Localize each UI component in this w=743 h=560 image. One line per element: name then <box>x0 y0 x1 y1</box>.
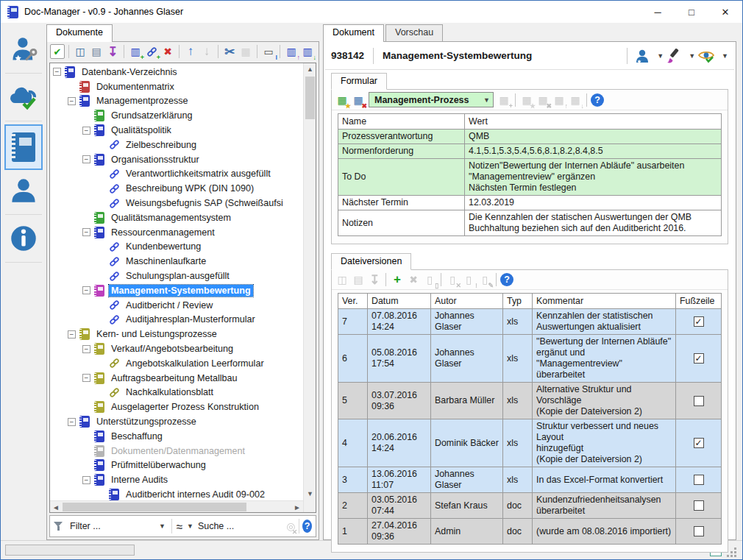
rename-icon[interactable]: ▭I <box>261 44 276 59</box>
tree-item[interactable]: Dokumentenmatrix <box>50 79 303 94</box>
tree-item[interactable]: Beschaffung <box>50 429 303 444</box>
version-row[interactable]: 420.06.2016 14:24Dominik BäckerxlsStrukt… <box>338 419 722 467</box>
tree-item[interactable]: Weisungsbefugnis SAP (Schweißaufsi <box>50 196 303 210</box>
tree-item[interactable]: −Datenbank-Verzeichnis <box>50 65 303 79</box>
form-row[interactable]: Normenforderung4.1,5.1,5.3,5.4,5.6,8.1,8… <box>338 144 722 159</box>
import-icon[interactable]: ▥↑ <box>284 44 299 59</box>
tree-expander[interactable]: − <box>82 476 90 484</box>
tab-formular[interactable]: Formular <box>331 73 387 90</box>
scroll-left-icon[interactable]: ◄ <box>50 501 62 513</box>
form-row[interactable]: NotizenDie Kennzahlen der statischen Aus… <box>338 210 722 236</box>
help-icon[interactable]: ? <box>500 273 513 286</box>
tree-item[interactable]: Maschinenlaufkarte <box>50 254 303 269</box>
form-row[interactable]: Nächster Termin12.03.2019 <box>338 196 722 210</box>
chevron-down-icon[interactable]: ▼ <box>689 52 695 60</box>
help-icon[interactable]: ? <box>302 520 312 533</box>
scrollbar-thumb[interactable] <box>63 503 246 511</box>
tree-item[interactable]: −Verkauf/Angebotsbearbeitung <box>50 341 303 356</box>
tree-horizontal-scrollbar[interactable]: ◄ ► <box>50 500 303 512</box>
tree-expander[interactable]: − <box>82 228 90 236</box>
tree-expander[interactable]: − <box>82 127 90 135</box>
add-notebook-icon[interactable]: ▥+ <box>128 44 143 59</box>
add-version-icon[interactable]: + <box>390 272 405 287</box>
tree-expander[interactable]: − <box>53 68 61 76</box>
footer-checkbox[interactable] <box>694 396 704 406</box>
tree-item[interactable]: Auditbericht internes Audit 09-002 <box>50 487 303 502</box>
tree-vertical-scrollbar[interactable]: ▲ ▼ <box>303 63 316 512</box>
export-icon[interactable]: ↧ <box>105 44 120 59</box>
footer-checkbox[interactable] <box>694 500 704 511</box>
help-icon[interactable]: ? <box>591 93 604 107</box>
add-link-icon[interactable]: + <box>144 44 159 59</box>
tree-item[interactable]: Verantwortlichkeitsmatrix ausgefüllt <box>50 167 303 182</box>
form-row[interactable]: ProzessverantwortungQMB <box>338 130 722 144</box>
form-row[interactable]: To DoNotizen"Bewertung der Internen Ablä… <box>338 159 722 196</box>
tree-item[interactable]: Grundsatzerklärung <box>50 108 303 123</box>
footer-checkbox[interactable] <box>694 475 704 485</box>
tree-item[interactable]: Beschreibung WPK (DIN 1090) <box>50 181 303 196</box>
version-row[interactable]: 605.08.2016 17:54Johannes Glaserxls"Bewe… <box>338 335 722 383</box>
permissions-user-icon[interactable] <box>634 49 650 63</box>
tree-item[interactable]: Prüfmittelüberwachung <box>50 458 303 473</box>
close-button[interactable]: ✕ <box>708 1 742 23</box>
tree-item[interactable]: Kundenbewertung <box>50 240 303 255</box>
tab-dateiversionen[interactable]: Dateiversionen <box>331 253 411 270</box>
tab-dokumente[interactable]: Dokumente <box>46 24 113 42</box>
tree-item[interactable]: Dokumenten/Datenmanagement <box>50 444 303 458</box>
resize-grip[interactable] <box>728 549 738 559</box>
export-notebook-icon[interactable]: ▥↓ <box>300 44 315 59</box>
form-selector-combobox[interactable]: Management-Prozess▼ <box>369 92 494 107</box>
search-input[interactable] <box>198 521 282 531</box>
version-row[interactable]: 503.07.2016 09:36Barbara MüllerxlsAltern… <box>338 383 722 419</box>
version-row[interactable]: 203.05.2016 07:44Stefan KrausdocKundenzu… <box>338 493 722 519</box>
tree-item[interactable]: Auditjahresplan-Musterformular <box>50 313 303 327</box>
new-form-icon[interactable]: ▦★ <box>335 93 349 107</box>
tree-expander[interactable]: − <box>82 286 90 294</box>
minimize-button[interactable]: ─ <box>641 1 675 23</box>
footer-checkbox[interactable] <box>694 316 704 327</box>
tree-item[interactable]: −Management-Systembewertung <box>50 283 303 298</box>
delete-icon[interactable]: ✖ <box>160 44 175 59</box>
tree-item[interactable]: Angebotskalkulation Leerformular <box>50 356 303 371</box>
tree-item[interactable]: Nachkalkulationsblatt <box>50 386 303 400</box>
nav-admin-tools-icon[interactable] <box>4 29 43 70</box>
field-value[interactable]: Die Kennzahlen der statischen Auswertung… <box>465 210 722 236</box>
tree-item[interactable]: Schulungsplan-ausgefüllt <box>50 269 303 283</box>
confirm-icon[interactable]: ✔ <box>50 44 65 59</box>
scrollbar-thumb[interactable] <box>305 77 315 119</box>
nav-info-icon[interactable] <box>4 218 43 259</box>
footer-checkbox[interactable] <box>694 353 704 364</box>
field-value[interactable]: Notizen"Bewertung der Internen Abläufe" … <box>465 159 722 196</box>
version-row[interactable]: 707.08.2016 14:24Johannes GlaserxlsKennz… <box>338 309 722 335</box>
chevron-down-icon[interactable]: ▼ <box>477 96 490 104</box>
chevron-down-icon[interactable]: ▼ <box>722 52 728 60</box>
tree-item[interactable]: Auditbericht / Review <box>50 298 303 313</box>
tree-item[interactable]: −Kern- und Leistungsprozesse <box>50 327 303 341</box>
nav-cloud-sync-icon[interactable] <box>4 77 43 118</box>
cut-icon[interactable]: ✂ <box>222 44 237 59</box>
tab-vorschau[interactable]: Vorschau <box>385 24 443 41</box>
version-row[interactable]: 127.04.2016 09:36Admindoc(wurde am 08.08… <box>338 519 722 545</box>
scroll-down-icon[interactable]: ▼ <box>304 488 316 500</box>
match-mode-button[interactable]: ≈▼ <box>175 520 195 533</box>
tree-item[interactable]: −Interne Audits <box>50 472 303 487</box>
remove-form-icon[interactable]: ▦✖ <box>351 93 366 107</box>
tree-expander[interactable]: − <box>82 155 90 163</box>
tree-item[interactable]: −Unterstützungsprozesse <box>50 414 303 429</box>
version-row[interactable]: 313.06.2016 11:07Johannes GlaserxlsIn da… <box>338 467 722 493</box>
nav-documents-icon[interactable] <box>4 124 43 170</box>
style-brush-icon[interactable] <box>666 49 682 63</box>
chevron-down-icon[interactable]: ▼ <box>657 52 664 60</box>
footer-checkbox[interactable] <box>694 526 704 536</box>
tree-expander[interactable]: − <box>68 97 76 105</box>
tree-expander[interactable]: − <box>82 345 90 353</box>
visibility-status-icon[interactable] <box>697 49 715 63</box>
nav-users-icon[interactable] <box>4 170 43 211</box>
tree-item[interactable]: −Auftragsbearbeitung Metallbau <box>50 371 303 386</box>
field-value[interactable]: QMB <box>465 130 722 144</box>
scroll-right-icon[interactable]: ► <box>291 501 303 513</box>
tree-item[interactable]: Zielbeschreibung <box>50 138 303 152</box>
move-up-icon[interactable]: ↑ <box>183 44 198 59</box>
chevron-down-icon[interactable]: ▼ <box>159 522 166 530</box>
tree-item[interactable]: −Managementprozesse <box>50 94 303 109</box>
